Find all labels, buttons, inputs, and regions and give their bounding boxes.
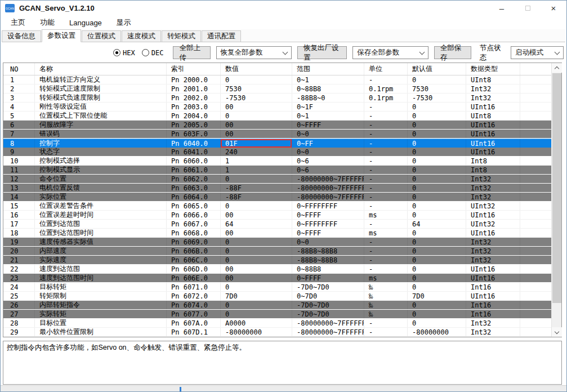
table-row[interactable]: 5位置模式上下限位使能Pn 2004.000~1-0UInt8 bbox=[3, 112, 551, 121]
close-button[interactable]: × bbox=[541, 1, 566, 16]
scroll-down-button[interactable] bbox=[552, 327, 562, 337]
upload-all-button[interactable]: 全部上传 bbox=[173, 46, 210, 59]
cell-no: 1 bbox=[3, 75, 35, 84]
cell-index: Pn 2002.0 bbox=[167, 93, 221, 102]
app-window: GCAN GCAN_Servo_V1.2.10 – × 主页功能Language… bbox=[0, 0, 567, 392]
table-row[interactable]: 15位置误差警告条件Pn 6065.000~FFFFFFFF-0UInt32 bbox=[3, 202, 551, 211]
table-row[interactable]: 19速度传感器实际值Pn 6069.000~0-0Int32 bbox=[3, 238, 551, 247]
tab-5[interactable]: 通讯配置 bbox=[202, 30, 241, 42]
table-row[interactable]: 25转矩限制Pn 6072.07D00~7D0‰7D0UInt16 bbox=[3, 292, 551, 301]
table-row[interactable]: 9状态字Pn 6041.02400~0-0UInt16 bbox=[3, 148, 551, 157]
table-row[interactable]: 24目标转矩Pn 6071.00-7D0~7D0‰0Int16 bbox=[3, 283, 551, 292]
tab-2[interactable]: 位置模式 bbox=[82, 30, 121, 42]
cell-value: 0 bbox=[221, 238, 292, 246]
menu-item-2[interactable]: Language bbox=[69, 19, 102, 27]
window-title: GCAN_Servo_V1.2.10 bbox=[19, 4, 95, 12]
vertical-scrollbar[interactable] bbox=[551, 63, 561, 337]
table-row[interactable]: 1电机旋转正方向定义Pn 2000.000~1-0UInt8 bbox=[3, 75, 551, 84]
cell-type: UInt16 bbox=[466, 103, 520, 111]
table-row[interactable]: 14实际位置Pn 6064.0-88F-80000000~7FFFFFFF-0I… bbox=[3, 193, 551, 202]
cell-value: 0 bbox=[221, 247, 292, 255]
cell-range: 0~1 bbox=[292, 112, 364, 120]
table-row[interactable]: 20内部速度Pn 606B.00-88B8~88B8-0Int32 bbox=[3, 247, 551, 256]
cell-range: 0~1 bbox=[292, 75, 364, 84]
cell-type: Int32 bbox=[466, 93, 520, 102]
cell-default: 7D0 bbox=[408, 292, 466, 300]
menu-item-3[interactable]: 显示 bbox=[117, 17, 131, 28]
chevron-down-icon bbox=[419, 49, 425, 55]
scroll-up-button[interactable] bbox=[552, 63, 562, 73]
tab-1[interactable]: 参数设置 bbox=[42, 29, 81, 42]
cell-no: 24 bbox=[3, 283, 35, 291]
maximize-button[interactable] bbox=[515, 1, 541, 16]
cell-type: UInt16 bbox=[466, 130, 520, 138]
column-header-1[interactable]: 名称 bbox=[35, 63, 167, 75]
dec-radio[interactable]: DEC bbox=[142, 49, 164, 57]
cell-unit: - bbox=[364, 238, 408, 246]
table-row[interactable]: 3转矩模式负速度限制Pn 2002.0-7530-88B8~00.1rpm-75… bbox=[3, 93, 551, 103]
table-row[interactable]: 26内部转矩指令Pn 6074.00-7D0~7D0‰0Int16 bbox=[3, 301, 551, 310]
node-status-combo[interactable]: 启动模式 bbox=[511, 46, 564, 59]
cell-unit: ‰ bbox=[364, 283, 408, 291]
column-header-3[interactable]: 数值 bbox=[221, 63, 292, 75]
cell-index: Pn 603F.0 bbox=[167, 130, 221, 138]
cell-range: 0~1F bbox=[292, 103, 364, 111]
cell-value: 0 bbox=[221, 256, 292, 264]
table-row[interactable]: 4刚性等级设定值Pn 2003.0000~1F-0UInt16 bbox=[3, 103, 551, 112]
table-row[interactable]: 6伺服故障字Pn 2005.0000~FFFF-0UInt16 bbox=[3, 121, 551, 130]
table-row[interactable]: 16位置误差超时时间Pn 6066.0000~FFFFms0UInt16 bbox=[3, 211, 551, 220]
table-row[interactable]: 17位置到达范围Pn 6067.0640~FFFFFFFF-64UInt32 bbox=[3, 220, 551, 229]
table-row[interactable]: 7错误码Pn 603F.0000~0-0UInt16 bbox=[3, 130, 551, 139]
column-header-2[interactable]: 索引 bbox=[167, 63, 221, 75]
cell-default: 0 bbox=[408, 148, 466, 156]
table-row[interactable]: 29最小软件位置限制Pn 607D.1-80000000-80000000~7F… bbox=[3, 328, 551, 337]
table-row[interactable]: 18位置到达范围时间Pn 6068.0000~FFFFms0UInt16 bbox=[3, 229, 551, 238]
cell-default: 0 bbox=[408, 274, 466, 282]
hex-radio[interactable]: HEX bbox=[113, 49, 135, 57]
cell-index: Pn 607D.1 bbox=[167, 328, 221, 336]
table-row[interactable]: 8控制字Pn 6040.001F0~FF-0UInt16 bbox=[3, 139, 551, 148]
table-row[interactable]: 12命令位置Pn 6062.00-80000000~7FFFFFFF-0Int3… bbox=[3, 175, 551, 184]
cell-name: 控制字 bbox=[35, 139, 167, 148]
cell-no: 14 bbox=[3, 193, 35, 201]
tab-4[interactable]: 转矩模式 bbox=[162, 30, 201, 42]
scrollbar-thumb[interactable] bbox=[552, 73, 561, 303]
menu-item-1[interactable]: 功能 bbox=[40, 17, 55, 28]
table-row[interactable]: 13电机位置反馈Pn 6063.0-88F-80000000~7FFFFFFF-… bbox=[3, 184, 551, 193]
chevron-down-icon bbox=[283, 49, 288, 55]
tab-3[interactable]: 速度模式 bbox=[122, 30, 161, 42]
table-row[interactable]: 23速度到达范围时间Pn 606E.0000~FFFFms0UInt16 bbox=[3, 274, 551, 283]
column-header-0[interactable]: NO bbox=[3, 63, 35, 75]
cell-unit: - bbox=[364, 202, 408, 210]
table-row[interactable]: 10控制模式选择Pn 6060.010~6-0Int8 bbox=[3, 157, 551, 166]
table-row[interactable]: 27实际转矩Pn 6077.00-7D0~7D0‰0Int16 bbox=[3, 310, 551, 319]
factory-reset-button[interactable]: 恢复出厂设置 bbox=[297, 46, 347, 59]
cell-no: 25 bbox=[3, 292, 35, 300]
column-header-5[interactable]: 单位 bbox=[364, 63, 408, 75]
table-row[interactable]: 21实际速度Pn 606C.00-88B8~88B8-0Int32 bbox=[3, 256, 551, 265]
column-header-7[interactable]: 数据类型 bbox=[466, 63, 520, 75]
menu-item-0[interactable]: 主页 bbox=[11, 17, 25, 28]
cell-unit: - bbox=[364, 121, 408, 129]
save-all-button[interactable]: 全部保存 bbox=[434, 46, 471, 59]
cell-default: -80000000 bbox=[408, 328, 466, 336]
cell-default: 0 bbox=[408, 319, 466, 327]
column-header-6[interactable]: 默认值 bbox=[408, 63, 466, 75]
cell-name: 位置模式上下限位使能 bbox=[35, 112, 167, 120]
table-row[interactable]: 11控制模式显示Pn 6061.010~6-0Int8 bbox=[3, 166, 551, 175]
table-row[interactable]: 28目标位置Pn 607A.0A0000-80000000~7FFFFFFF-0… bbox=[3, 319, 551, 328]
cell-range: -80000000~7FFFFFFF bbox=[292, 319, 364, 327]
cell-no: 2 bbox=[3, 84, 35, 93]
cell-name: 最小软件位置限制 bbox=[35, 328, 167, 336]
tab-0[interactable]: 设备信息 bbox=[2, 30, 41, 42]
table-row[interactable]: 22速度到达范围Pn 606D.0000~88B8-0UInt16 bbox=[3, 265, 551, 274]
save-all-params-combo[interactable]: 保存全部参数 bbox=[352, 46, 428, 59]
cell-type: Int32 bbox=[466, 193, 520, 201]
cell-index: Pn 6062.0 bbox=[167, 175, 221, 183]
table-row[interactable]: 2转矩模式正速度限制Pn 2001.075300~88B80.1rpm7530I… bbox=[3, 84, 551, 93]
restore-all-params-combo[interactable]: 恢复全部参数 bbox=[216, 46, 292, 59]
column-header-4[interactable]: 范围 bbox=[292, 63, 364, 75]
highlighted-value-cell: 01F bbox=[221, 139, 292, 148]
minimize-button[interactable]: – bbox=[489, 1, 515, 16]
cell-no: 11 bbox=[3, 166, 35, 174]
